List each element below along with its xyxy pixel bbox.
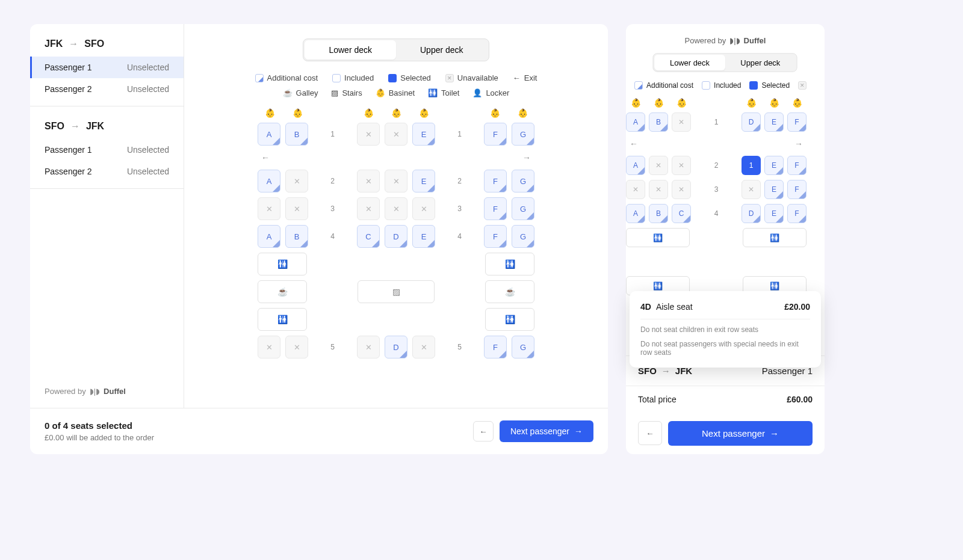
passenger-row[interactable]: Passenger 1 Unselected <box>30 57 184 78</box>
seat[interactable]: F <box>484 197 507 220</box>
seat[interactable]: E <box>764 180 784 199</box>
legend-unavailable-icon: ✕ <box>445 74 454 82</box>
seat-tooltip: 4DAisle seat £20.00 Do not seat children… <box>630 291 821 368</box>
seat[interactable]: F <box>484 170 507 192</box>
duffel-logo-icon: ◗|◗ <box>90 387 100 396</box>
seat: ✕ <box>385 123 407 146</box>
seat[interactable]: E <box>764 112 784 132</box>
seat[interactable]: A <box>258 225 280 248</box>
galley-icon: ☕ <box>283 88 293 97</box>
seat[interactable]: F <box>484 225 507 248</box>
seat[interactable]: B <box>285 123 308 146</box>
toilet-block: 🚻 <box>485 253 534 275</box>
seat: ✕ <box>385 170 407 192</box>
exit-left-icon: ← <box>630 139 638 149</box>
seat[interactable]: E <box>412 170 435 192</box>
seat: ✕ <box>672 112 691 132</box>
seat[interactable]: A <box>258 123 280 146</box>
stairs-icon: ▨ <box>331 88 338 97</box>
galley-block: ☕ <box>258 280 307 303</box>
seat: ✕ <box>626 180 645 199</box>
arrow-right-icon: → <box>770 428 779 438</box>
legend-selected-icon <box>749 81 758 90</box>
toilet-block: 🚻 <box>485 308 534 331</box>
basinet-icon: 👶 <box>746 98 756 105</box>
next-passenger-button[interactable]: Next passenger→ <box>500 420 593 442</box>
seat: ✕ <box>285 336 308 358</box>
seat: ✕ <box>285 170 308 192</box>
seat: ✕ <box>258 336 280 358</box>
upper-deck-button[interactable]: Upper deck <box>396 40 488 60</box>
seat[interactable]: B <box>649 112 668 132</box>
basinet-icon: 👶 <box>677 98 686 105</box>
seats-selected-count: 0 of 4 seats selected <box>45 420 154 431</box>
seat[interactable]: G <box>512 123 534 146</box>
seat[interactable]: F <box>787 156 807 175</box>
seat[interactable]: A <box>626 156 645 175</box>
next-passenger-button[interactable]: Next passenger→ <box>668 421 813 446</box>
seat[interactable]: G <box>512 336 534 358</box>
seat: ✕ <box>649 156 668 175</box>
seat[interactable]: F <box>787 180 807 199</box>
basinet-icon: 👶 <box>518 108 527 115</box>
basinet-icon: 👶 <box>265 108 274 115</box>
basinet-icon: 👶 <box>293 108 302 115</box>
seat[interactable]: E <box>412 123 435 146</box>
sidebar: JFK → SFO Passenger 1 Unselected Passeng… <box>30 24 184 408</box>
seat[interactable]: F <box>484 123 507 146</box>
seat[interactable]: D <box>742 112 761 132</box>
seat[interactable]: B <box>285 225 308 248</box>
legend-additional-icon <box>634 81 643 90</box>
seat[interactable]: G <box>512 170 534 192</box>
back-button[interactable]: ← <box>638 421 662 445</box>
seat: ✕ <box>357 123 380 146</box>
seat[interactable]: D <box>742 204 761 223</box>
basinet-icon: 👶 <box>364 108 373 115</box>
seat[interactable]: D <box>385 336 407 358</box>
galley-block: ☕ <box>485 280 534 303</box>
seat: ✕ <box>357 197 380 220</box>
seat[interactable]: C <box>357 225 380 248</box>
seat[interactable]: G <box>512 225 534 248</box>
duffel-logo-icon: ◗|◗ <box>729 36 740 45</box>
seat[interactable]: E <box>412 225 435 248</box>
seat[interactable]: 1 <box>742 156 761 175</box>
seat[interactable]: B <box>649 204 668 223</box>
toilet-block: 🚻 <box>258 253 307 275</box>
seat-area: Lower deck Upper deck Additional cost In… <box>184 24 608 408</box>
passenger-row[interactable]: Passenger 1 Unselected <box>30 139 184 161</box>
seat: ✕ <box>672 180 691 199</box>
seat: ✕ <box>357 336 380 358</box>
seat[interactable]: A <box>258 170 280 192</box>
lower-deck-button[interactable]: Lower deck <box>305 40 396 60</box>
seat[interactable]: G <box>512 197 534 220</box>
toilet-block: 🚻 <box>258 308 307 331</box>
seat[interactable]: F <box>787 204 807 223</box>
basinet-icon: 👶 <box>419 108 429 115</box>
seat[interactable]: C <box>672 204 691 223</box>
legend-unavailable-icon: ✕ <box>798 81 807 90</box>
row-number: 4 <box>455 232 465 241</box>
seat[interactable]: A <box>626 204 645 223</box>
row-number: 2 <box>455 177 465 185</box>
basinet-icon: 👶 <box>792 98 802 105</box>
upper-deck-button[interactable]: Upper deck <box>725 55 796 70</box>
exit-right-icon: → <box>794 139 803 149</box>
back-button[interactable]: ← <box>473 421 494 442</box>
lower-deck-button[interactable]: Lower deck <box>655 55 725 70</box>
exit-icon: ← <box>513 73 521 82</box>
seat[interactable]: E <box>764 204 784 223</box>
locker-icon: 👤 <box>472 88 482 97</box>
seat[interactable]: E <box>764 156 784 175</box>
seat: ✕ <box>385 197 407 220</box>
passenger-row[interactable]: Passenger 2 Unselected <box>30 161 184 182</box>
seat[interactable]: F <box>787 112 807 132</box>
seat[interactable]: F <box>484 336 507 358</box>
passenger-row[interactable]: Passenger 2 Unselected <box>30 78 184 100</box>
arrow-right-icon: → <box>574 426 583 436</box>
seat[interactable]: A <box>626 112 645 132</box>
row-number: 1 <box>455 130 465 138</box>
seat[interactable]: D <box>385 225 407 248</box>
legend: Additional cost Included Selected ✕ <box>626 81 825 90</box>
basinet-icon: 👶 <box>391 108 401 115</box>
